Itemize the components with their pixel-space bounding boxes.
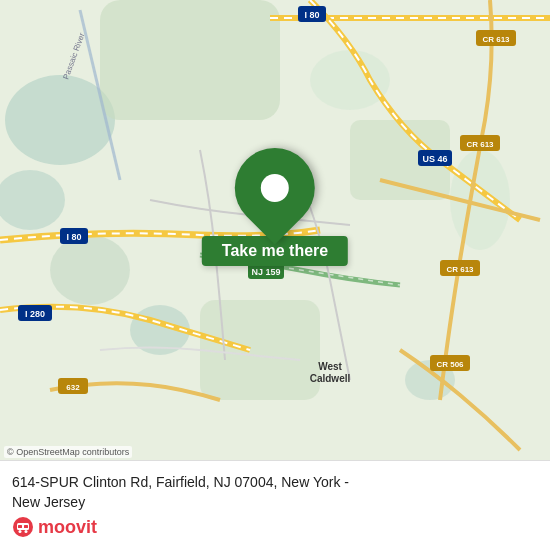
svg-text:CR 613: CR 613 bbox=[482, 35, 510, 44]
svg-text:I 80: I 80 bbox=[304, 10, 319, 20]
svg-text:US 46: US 46 bbox=[422, 154, 447, 164]
take-me-there-button[interactable]: Take me there bbox=[202, 148, 348, 266]
svg-text:I 280: I 280 bbox=[25, 309, 45, 319]
svg-point-3 bbox=[50, 235, 130, 305]
svg-rect-42 bbox=[18, 525, 22, 528]
svg-rect-8 bbox=[100, 0, 280, 120]
svg-rect-43 bbox=[24, 525, 28, 528]
map-container: Passaic River I 8 bbox=[0, 0, 550, 460]
svg-text:I 80: I 80 bbox=[66, 232, 81, 242]
svg-point-5 bbox=[310, 50, 390, 110]
moovit-logo: moovit bbox=[12, 516, 97, 538]
svg-text:NJ 159: NJ 159 bbox=[251, 267, 280, 277]
footer: 614-SPUR Clinton Rd, Fairfield, NJ 07004… bbox=[0, 460, 550, 550]
pin-inner bbox=[261, 174, 289, 202]
moovit-bus-icon bbox=[12, 516, 34, 538]
svg-text:CR 613: CR 613 bbox=[466, 140, 494, 149]
map-pin-icon bbox=[218, 131, 331, 244]
svg-text:Caldwell: Caldwell bbox=[310, 373, 351, 384]
address-text: 614-SPUR Clinton Rd, Fairfield, NJ 07004… bbox=[12, 473, 538, 512]
svg-text:CR 506: CR 506 bbox=[436, 360, 464, 369]
svg-rect-10 bbox=[200, 300, 320, 400]
osm-attribution: © OpenStreetMap contributors bbox=[4, 446, 132, 458]
moovit-text: moovit bbox=[38, 517, 97, 538]
svg-text:West: West bbox=[318, 361, 342, 372]
footer-bottom: moovit bbox=[12, 516, 538, 538]
svg-point-41 bbox=[25, 530, 28, 533]
svg-point-40 bbox=[19, 530, 22, 533]
svg-text:CR 613: CR 613 bbox=[446, 265, 474, 274]
svg-text:632: 632 bbox=[66, 383, 80, 392]
